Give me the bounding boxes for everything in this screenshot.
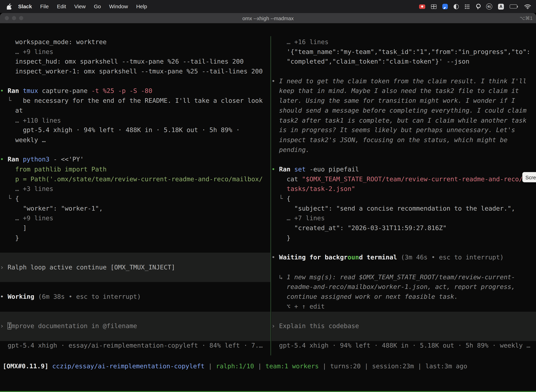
omx-status-line: [OMX#0.11.9] cczip/essay/ai-reimplementa…: [0, 362, 536, 371]
terminal-line: [0, 311, 271, 321]
terminal-line: is in progress? It seems likely but perh…: [271, 125, 536, 135]
terminal-line: … +9 lines: [0, 47, 271, 57]
terminal-line: • Ran set -euo pipefail: [271, 165, 536, 174]
text-segment: I need to get the claim token from the c…: [279, 77, 526, 85]
text-segment: •: [271, 166, 279, 173]
terminal-line: └ {: [0, 194, 271, 204]
menu-item-file[interactable]: File: [36, 3, 53, 9]
terminal-line: … +7 lines: [271, 214, 536, 223]
terminal-line: • Waiting for background terminal (3m 46…: [271, 253, 536, 263]
circle-half-icon[interactable]: [454, 4, 459, 9]
text-segment: Waiting for backgr: [279, 254, 348, 261]
terminal-content[interactable]: workspace_mode: worktree … +9 lines insp…: [0, 36, 536, 391]
text-segment: ›: [271, 322, 279, 330]
keyhole-icon[interactable]: [475, 4, 480, 9]
input-source-icon[interactable]: A: [498, 4, 504, 9]
grid-icon[interactable]: [431, 4, 436, 9]
text-segment: [0, 117, 15, 124]
wifi-icon[interactable]: [524, 4, 531, 9]
gauge-icon[interactable]: 61: [486, 3, 492, 9]
terminal-line: › Ralph loop active continue [OMX_TMUX_I…: [0, 262, 271, 272]
text-segment: "$OMX_TEAM_STATE_ROOT/team/review-curren…: [302, 175, 523, 182]
window-shortcut-hint: ⌥⌘1: [520, 15, 536, 21]
active-app-menu[interactable]: Slack: [14, 3, 36, 9]
terminal-line: gpt-5.4 xhigh · 94% left · 488K in · 5.1…: [271, 341, 536, 351]
text-segment: should send a message before completing …: [271, 107, 526, 114]
text-segment: I: [8, 322, 11, 330]
menu-item-window[interactable]: Window: [105, 3, 132, 9]
text-segment: from pathlib import Path: [0, 166, 107, 173]
terminal-line: [271, 311, 536, 321]
menu-item-go[interactable]: Go: [90, 3, 105, 9]
right-terminal-pane[interactable]: … +16 lines '{"team_name":"my-team","tas…: [271, 36, 536, 352]
terminal-line: … +3 lines: [0, 184, 271, 194]
terminal-line: continue assigned work or next feasible …: [271, 292, 536, 302]
menu-item-edit[interactable]: Edit: [53, 3, 70, 9]
terminal-line: weekly …: [0, 135, 271, 145]
menu-bar-left: Slack FileEditViewGoWindowHelp: [0, 3, 151, 9]
terminal-line: task2 after task1 is complete, but can I…: [271, 116, 536, 125]
battery-icon[interactable]: [510, 5, 518, 9]
status-segment: cczip/essay/ai-reimplementation-copyleft: [52, 363, 205, 370]
terminal-line: '{"team_name":"my-team","task_id":"1","f…: [271, 47, 536, 57]
text-segment: [271, 38, 287, 46]
window-title-bar[interactable]: omx --xhigh --madmax ⌥⌘1: [0, 13, 536, 23]
text-segment: "created_at": "2026-03-31T11:59:27.816Z": [271, 224, 446, 232]
terminal-line: [0, 331, 271, 341]
text-segment: [397, 254, 401, 261]
text-segment: oun: [348, 254, 359, 261]
status-segment: [OMX#0.11.9]: [3, 363, 48, 370]
terminal-line: inspect_hud: omx sparkshell --tmux-pane …: [0, 57, 271, 67]
text-segment: … +16 lines: [287, 38, 329, 46]
terminal-line: gpt-5.4 xhigh · 94% left · 488K in · 5.1…: [0, 125, 271, 135]
status-segment: ralph:1/10: [216, 363, 254, 370]
text-segment: •: [271, 77, 279, 85]
terminal-line: pending.: [271, 145, 536, 155]
text-segment: gpt-5.4 xhigh · essay/ai-reimplementatio…: [0, 342, 263, 349]
apple-menu-icon[interactable]: [7, 3, 12, 9]
terminal-line: [0, 302, 271, 312]
text-segment: }: [0, 234, 19, 241]
text-segment: ⌥ + ↑ edit: [271, 303, 325, 310]
text-segment: python3: [23, 156, 50, 163]
terminal-line: • Working (6m 38s • esc to interrupt): [0, 292, 271, 302]
left-terminal-pane[interactable]: workspace_mode: worktree … +9 lines insp…: [0, 36, 271, 352]
text-segment: [271, 185, 287, 192]
text-segment: p = Path('.omx/state/team/review-current…: [0, 175, 263, 182]
tmux-session-label[interactable]: [omx-cczip0:bash*: [0, 391, 67, 392]
menu-item-view[interactable]: View: [70, 3, 90, 9]
text-segment: ›: [0, 263, 8, 271]
text-segment: [0, 185, 15, 192]
terminal-line: gpt-5.4 xhigh · essay/ai-reimplementatio…: [0, 341, 271, 351]
terminal-line: later. Using the same for transition mig…: [271, 96, 536, 106]
status-segment: [48, 363, 52, 370]
terminal-line: tasks/task-2.json": [271, 184, 536, 194]
text-segment: readme-and-reco/mailbox/worker-1.json, a…: [271, 283, 515, 290]
status-segment: team:1 workers: [266, 363, 319, 370]
terminal-line: … +110 lines: [0, 116, 271, 125]
text-segment: -t %25 -p -S -80: [88, 87, 152, 94]
screen-recording-icon[interactable]: [419, 4, 425, 9]
text-segment: ↳: [271, 273, 287, 280]
text-segment: task2 after task1 is complete, but can I…: [271, 117, 526, 124]
dots-grid-icon[interactable]: [464, 4, 470, 9]
terminal-line: └ {: [271, 194, 536, 204]
text-segment: }: [271, 234, 290, 241]
text-segment: •: [0, 156, 8, 163]
terminal-line: ]: [0, 223, 271, 233]
text-segment: gpt-5.4 xhigh · 94% left · 488K in · 5.1…: [0, 126, 240, 134]
text-segment: '{"team_name":"my-team","task_id":"1","f…: [271, 48, 530, 55]
status-segment: session:23m: [372, 363, 414, 370]
terminal-line: [271, 331, 536, 341]
raycast-icon[interactable]: [442, 4, 448, 9]
screenshot-overlay-button[interactable]: Scre: [522, 172, 536, 182]
terminal-line: • Ran python3 - <<'PY': [0, 155, 271, 165]
menu-bar: Slack FileEditViewGoWindowHelp 61 A: [0, 0, 536, 13]
text-segment: "worker": "worker-1",: [0, 205, 103, 212]
terminal-line: [0, 243, 271, 253]
text-segment: (3m 46s • esc to interrupt): [401, 254, 504, 261]
menu-item-help[interactable]: Help: [132, 3, 151, 9]
terminal-line: "completed","claim_token":"claim-token"}…: [271, 57, 536, 67]
text-segment: ›: [0, 322, 8, 330]
tmux-status-bar: [omx-cczip0:bash* "MacBook-Pro-44.local"…: [0, 391, 536, 392]
